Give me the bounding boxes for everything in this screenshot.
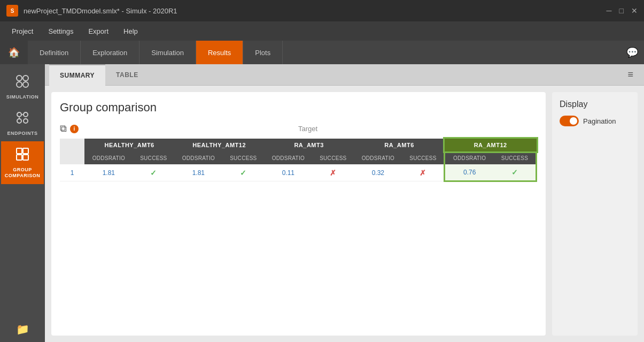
pagination-label: Pagination xyxy=(583,117,616,125)
svg-point-2 xyxy=(17,82,22,87)
svg-rect-10 xyxy=(17,148,22,154)
sidebar-item-endpoints[interactable]: ENDPOINTS xyxy=(1,105,44,141)
maximize-button[interactable]: □ xyxy=(619,6,624,15)
sub-tab-menu-icon[interactable]: ≡ xyxy=(621,69,640,80)
svg-rect-13 xyxy=(23,155,28,160)
group-header-ra-amt6: RA_AMT6 xyxy=(354,139,445,151)
copy-icon[interactable]: ⧉ xyxy=(60,123,67,134)
svg-point-0 xyxy=(17,75,22,81)
target-label: Target xyxy=(79,125,537,133)
success-check-green-3: ✓ xyxy=(511,168,518,177)
sub-tabbar: SUMMARY TABLE ≡ xyxy=(45,64,644,86)
content-area: SUMMARY TABLE ≡ Group comparison ⧉ i Tar… xyxy=(45,64,644,342)
subheader-ra-amt3-oddsratio: ODDSRATIO xyxy=(264,151,312,164)
subheader-ra-amt3-success: SUCCESS xyxy=(313,151,354,164)
pagination-toggle-row: Pagination xyxy=(560,116,630,126)
menu-help[interactable]: Help xyxy=(116,25,145,37)
tab-simulation[interactable]: Simulation xyxy=(139,41,196,64)
success-check-green-2: ✓ xyxy=(240,169,246,177)
cell-healthy-amt6-success: ✓ xyxy=(133,164,175,181)
titlebar: S newProject_TMDDmodel.smlx* - Simulx - … xyxy=(0,0,644,21)
cell-healthy-amt12-oddsratio: 1.81 xyxy=(174,164,222,181)
svg-point-3 xyxy=(23,82,28,87)
success-cross-red: ✗ xyxy=(330,169,336,177)
svg-rect-11 xyxy=(23,148,28,154)
tab-definition[interactable]: Definition xyxy=(28,41,81,64)
cell-ra-amt3-oddsratio: 0.11 xyxy=(264,164,312,181)
window-title: newProject_TMDDmodel.smlx* - Simulx - 20… xyxy=(24,7,607,15)
subheader-healthy-amt6-oddsratio: ODDSRATIO xyxy=(84,151,133,164)
subheader-ra-amt6-oddsratio: ODDSRATIO xyxy=(354,151,402,164)
card-title: Group comparison xyxy=(60,101,537,115)
table-row: 1 1.81 ✓ 1.81 ✓ 0.11 ✗ xyxy=(60,164,537,181)
tab-results[interactable]: Results xyxy=(196,41,243,64)
cell-ra-amt6-success: ✗ xyxy=(402,164,445,181)
group-comparison-icon xyxy=(15,147,30,165)
comparison-table: REP HEALTHY_AMT6 HEALTHY_AMT12 RA_AMT3 R… xyxy=(60,139,537,182)
sub-tab-summary[interactable]: SUMMARY xyxy=(49,64,105,86)
svg-point-7 xyxy=(24,119,28,123)
tabbar: 🏠 Definition Exploration Simulation Resu… xyxy=(0,41,644,64)
menubar: Project Settings Export Help xyxy=(0,21,644,41)
app-logo: S xyxy=(6,5,18,17)
home-icon: 🏠 xyxy=(8,47,20,58)
group-header-healthy-amt6: HEALTHY_AMT6 xyxy=(84,139,174,151)
svg-point-1 xyxy=(23,75,28,81)
menu-project[interactable]: Project xyxy=(4,25,41,37)
group-header-ra-amt12: RA_AMT12 xyxy=(445,139,537,151)
main-content: Group comparison ⧉ i Target REP HEALTHY_… xyxy=(45,86,644,342)
rep-spacer-header: REP xyxy=(60,139,84,151)
sidebar-item-simulation[interactable]: SIMULATION xyxy=(1,69,44,105)
close-button[interactable]: ✕ xyxy=(631,6,638,15)
cell-ra-amt12-oddsratio: 0.76 xyxy=(445,164,494,181)
simulation-icon xyxy=(15,74,30,92)
card-toolbar: ⧉ i Target xyxy=(60,123,537,134)
group-comparison-card: Group comparison ⧉ i Target REP HEALTHY_… xyxy=(51,92,546,336)
subheader-ra-amt6-success: SUCCESS xyxy=(402,151,445,164)
info-badge: i xyxy=(70,125,79,133)
home-tab[interactable]: 🏠 xyxy=(0,41,28,64)
subheader-ra-amt12-success: SUCCESS xyxy=(494,151,536,164)
subheader-healthy-amt12-oddsratio: ODDSRATIO xyxy=(174,151,222,164)
cell-ra-amt3-success: ✗ xyxy=(313,164,354,181)
subheader-healthy-amt12-success: SUCCESS xyxy=(223,151,265,164)
minimize-button[interactable]: ─ xyxy=(607,6,612,15)
sidebar: SIMULATION ENDPOINTS xyxy=(0,64,45,342)
success-check-green: ✓ xyxy=(150,169,157,177)
rep-spacer-subheader: - xyxy=(60,151,84,164)
cell-healthy-amt12-success: ✓ xyxy=(223,164,265,181)
main-layout: SIMULATION ENDPOINTS xyxy=(0,64,644,342)
cell-ra-amt6-oddsratio: 0.32 xyxy=(354,164,402,181)
menu-settings[interactable]: Settings xyxy=(41,25,81,37)
endpoints-icon xyxy=(15,110,30,128)
subheader-ra-amt12-oddsratio: ODDSRATIO xyxy=(445,151,494,164)
svg-rect-12 xyxy=(17,155,22,160)
svg-point-5 xyxy=(24,112,28,117)
rep-value: 1 xyxy=(60,164,84,181)
folder-icon[interactable]: 📁 xyxy=(10,316,36,342)
display-panel-title: Display xyxy=(560,100,630,109)
chat-icon[interactable]: 💬 xyxy=(620,41,644,64)
group-header-ra-amt3: RA_AMT3 xyxy=(264,139,354,151)
display-panel: Display Pagination xyxy=(552,92,638,336)
svg-point-4 xyxy=(17,112,21,117)
menu-export[interactable]: Export xyxy=(81,25,116,37)
success-cross-red-2: ✗ xyxy=(420,169,426,177)
sidebar-item-group-comparison[interactable]: GROUPCOMPARISON xyxy=(1,141,44,184)
svg-point-6 xyxy=(17,119,21,123)
tab-plots[interactable]: Plots xyxy=(243,41,283,64)
subheader-healthy-amt6-success: SUCCESS xyxy=(133,151,175,164)
sub-tab-table[interactable]: TABLE xyxy=(105,64,149,86)
window-controls: ─ □ ✕ xyxy=(607,6,638,15)
cell-ra-amt12-success: ✓ xyxy=(494,164,536,181)
cell-healthy-amt6-oddsratio: 1.81 xyxy=(84,164,133,181)
tab-exploration[interactable]: Exploration xyxy=(81,41,139,64)
pagination-toggle[interactable] xyxy=(560,116,579,126)
group-header-healthy-amt12: HEALTHY_AMT12 xyxy=(174,139,264,151)
